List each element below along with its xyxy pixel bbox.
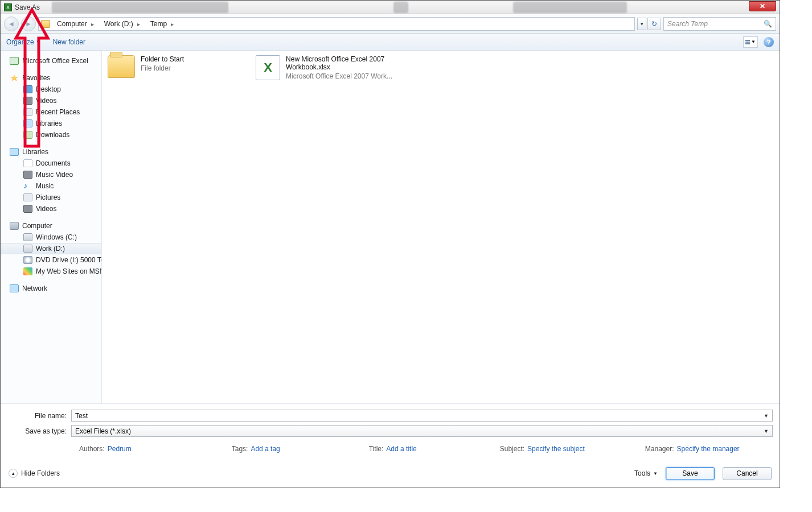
title-label: Title: bbox=[369, 445, 384, 453]
videos-icon bbox=[23, 205, 32, 213]
file-item-excel[interactable]: X New Microsoft Office Excel 2007 Workbo… bbox=[256, 55, 415, 80]
background-blur bbox=[513, 2, 627, 13]
sidebar-item-recent[interactable]: Recent Places bbox=[1, 106, 101, 118]
cd-icon bbox=[23, 256, 32, 264]
breadcrumb-folder[interactable]: Temp bbox=[147, 20, 177, 28]
sidebar-item-network[interactable]: Network bbox=[1, 283, 101, 294]
computer-icon bbox=[10, 222, 19, 230]
window-title: Save As bbox=[15, 3, 40, 11]
pictures-icon bbox=[23, 193, 32, 201]
folder-icon bbox=[108, 55, 135, 78]
sidebar-header-favorites[interactable]: Favorites bbox=[1, 72, 101, 84]
file-item-folder[interactable]: Folder to Start File folder bbox=[108, 55, 239, 78]
search-placeholder: Search Temp bbox=[667, 20, 708, 28]
titlebar[interactable]: X Save As ✕ bbox=[1, 1, 780, 14]
sidebar-item-libraries-fav[interactable]: Libraries bbox=[1, 118, 101, 129]
dropdown-icon[interactable]: ▼ bbox=[764, 428, 769, 434]
sidebar-header-libraries[interactable]: Libraries bbox=[1, 146, 101, 158]
view-options-button[interactable]: ▼ bbox=[743, 36, 758, 48]
dropdown-icon[interactable]: ▼ bbox=[764, 413, 769, 419]
back-button[interactable]: ◄ bbox=[4, 16, 19, 31]
subject-label: Subject: bbox=[500, 445, 524, 453]
body-area: Microsoft Office Excel Favorites Desktop… bbox=[1, 51, 780, 403]
file-name: Folder to Start bbox=[141, 55, 184, 63]
star-icon bbox=[10, 74, 19, 82]
sidebar-item-excel[interactable]: Microsoft Office Excel bbox=[1, 55, 101, 67]
background-blur bbox=[52, 2, 228, 13]
close-button[interactable]: ✕ bbox=[749, 1, 776, 11]
save-button[interactable]: Save bbox=[666, 467, 715, 480]
sidebar-header-computer[interactable]: Computer bbox=[1, 220, 101, 232]
file-type: File folder bbox=[141, 64, 184, 72]
msn-icon bbox=[23, 267, 32, 275]
documents-icon bbox=[23, 159, 32, 167]
address-bar[interactable]: Computer Work (D:) Temp bbox=[38, 17, 635, 31]
excel-file-icon: X bbox=[256, 55, 280, 80]
network-icon bbox=[10, 284, 19, 292]
sidebar-item-pictures[interactable]: Pictures bbox=[1, 192, 101, 203]
sidebar-item-dvd[interactable]: DVD Drive (I:) 5000 Ter bbox=[1, 254, 101, 266]
libraries-icon bbox=[10, 148, 19, 156]
tags-label: Tags: bbox=[232, 445, 248, 453]
hide-folders-button[interactable]: ▴ Hide Folders bbox=[9, 469, 60, 478]
libraries-icon bbox=[23, 119, 32, 127]
organize-menu[interactable]: Organize▼ bbox=[6, 38, 40, 46]
sidebar-item-music[interactable]: ♪Music bbox=[1, 180, 101, 192]
save-form: File name: Test▼ Save as type: Excel Fil… bbox=[1, 403, 780, 453]
manager-value[interactable]: Specify the manager bbox=[677, 445, 740, 453]
manager-label: Manager: bbox=[645, 445, 674, 453]
refresh-button[interactable]: ↻ bbox=[647, 18, 661, 30]
sidebar-item-videos[interactable]: Videos bbox=[1, 95, 101, 106]
address-dropdown[interactable]: ▾ bbox=[637, 18, 646, 30]
breadcrumb-drive[interactable]: Work (D:) bbox=[101, 20, 143, 28]
chevron-up-icon: ▴ bbox=[9, 469, 18, 478]
background-blur bbox=[393, 2, 408, 13]
recent-icon bbox=[23, 108, 32, 116]
sidebar-item-documents[interactable]: Documents bbox=[1, 158, 101, 169]
excel-icon bbox=[10, 57, 19, 65]
subject-value[interactable]: Specify the subject bbox=[527, 445, 585, 453]
title-value[interactable]: Add a title bbox=[386, 445, 416, 453]
desktop-icon bbox=[23, 85, 32, 93]
excel-app-icon: X bbox=[4, 3, 12, 11]
search-icon: 🔍 bbox=[764, 20, 772, 28]
music-icon: ♪ bbox=[23, 182, 32, 190]
drive-icon bbox=[23, 245, 32, 253]
search-input[interactable]: Search Temp 🔍 bbox=[663, 17, 776, 31]
sidebar-item-drive-d[interactable]: Work (D:) bbox=[1, 243, 101, 254]
sidebar-item-msn[interactable]: My Web Sites on MSN bbox=[1, 266, 101, 277]
folder-icon bbox=[41, 20, 50, 28]
downloads-icon bbox=[23, 131, 32, 139]
filename-label: File name: bbox=[7, 412, 71, 420]
navigation-bar: ◄ ► Computer Work (D:) Temp ▾ ↻ Search T… bbox=[1, 14, 780, 34]
sidebar-item-videos-lib[interactable]: Videos bbox=[1, 203, 101, 214]
authors-value[interactable]: Pedrum bbox=[108, 445, 132, 453]
videos-icon bbox=[23, 97, 32, 105]
save-as-dialog: X Save As ✕ ◄ ► Computer Work (D:) Temp … bbox=[0, 0, 780, 488]
savetype-select[interactable]: Excel Files (*.xlsx)▼ bbox=[71, 425, 773, 437]
video-icon bbox=[23, 171, 32, 179]
file-type: Microsoft Office Excel 2007 Work... bbox=[286, 72, 415, 80]
sidebar-item-desktop[interactable]: Desktop bbox=[1, 84, 101, 95]
address-tail: ▾ ↻ bbox=[637, 18, 661, 30]
breadcrumb-computer[interactable]: Computer bbox=[54, 20, 97, 28]
new-folder-button[interactable]: New folder bbox=[53, 38, 85, 46]
sidebar-item-drive-c[interactable]: Windows (C:) bbox=[1, 232, 101, 243]
sidebar-item-downloads[interactable]: Downloads bbox=[1, 129, 101, 141]
cancel-button[interactable]: Cancel bbox=[723, 467, 772, 480]
savetype-label: Save as type: bbox=[7, 427, 71, 435]
forward-button[interactable]: ► bbox=[21, 16, 36, 31]
help-button[interactable]: ? bbox=[764, 37, 774, 47]
navigation-pane: Microsoft Office Excel Favorites Desktop… bbox=[1, 51, 102, 403]
file-name: New Microsoft Office Excel 2007 Workbook… bbox=[286, 55, 415, 71]
metadata-row: Authors:Pedrum Tags:Add a tag Title:Add … bbox=[7, 440, 773, 453]
tools-menu[interactable]: Tools▼ bbox=[634, 469, 658, 477]
sidebar-item-music-video[interactable]: Music Video bbox=[1, 169, 101, 180]
filename-input[interactable]: Test▼ bbox=[71, 410, 773, 422]
command-toolbar: Organize▼ New folder ▼ ? bbox=[1, 34, 780, 51]
tags-value[interactable]: Add a tag bbox=[251, 445, 280, 453]
file-list-pane[interactable]: Folder to Start File folder X New Micros… bbox=[102, 51, 780, 403]
dialog-footer: ▴ Hide Folders Tools▼ Save Cancel bbox=[1, 459, 780, 488]
drive-icon bbox=[23, 233, 32, 241]
authors-label: Authors: bbox=[79, 445, 105, 453]
